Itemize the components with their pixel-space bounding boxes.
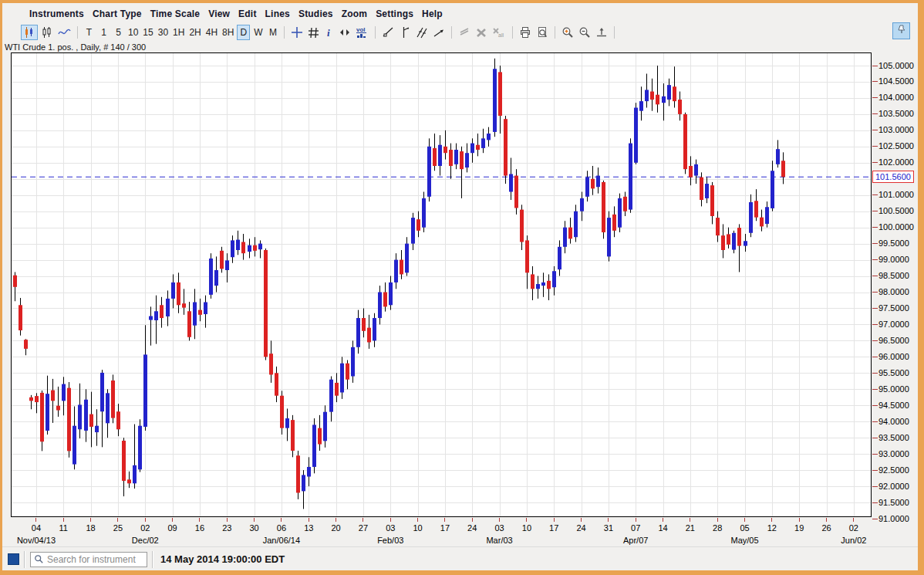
pin-button[interactable] — [892, 22, 910, 39]
y-axis-label: 100.0000 — [878, 222, 914, 232]
candle-body — [285, 418, 289, 428]
y-axis-tick — [872, 276, 878, 276]
x-axis-tick — [309, 518, 309, 522]
zoom-out-icon[interactable] — [577, 25, 592, 40]
y-axis-label: 91.0000 — [878, 514, 909, 523]
status-square-button[interactable] — [8, 553, 19, 565]
x-axis-tick — [336, 518, 336, 522]
search-box[interactable] — [30, 552, 147, 567]
candle-body — [182, 303, 186, 307]
candle-body — [656, 95, 659, 105]
candle-body — [89, 414, 93, 427]
candle-body — [296, 455, 300, 492]
delete-all-icon[interactable]: all — [491, 25, 508, 40]
vertical-line-icon[interactable] — [397, 25, 413, 40]
grid-icon[interactable] — [306, 25, 321, 40]
price-chart-svg[interactable] — [11, 52, 872, 517]
y-axis-label: 96.5000 — [878, 336, 909, 345]
menu-time-scale[interactable]: Time Scale — [150, 8, 200, 19]
timeframe-15[interactable]: 15 — [141, 25, 154, 40]
menu-settings[interactable]: Settings — [376, 8, 413, 19]
x-axis-tick — [417, 518, 418, 522]
menu-lines[interactable]: Lines — [265, 8, 290, 19]
status-separator — [24, 551, 25, 568]
timeframe-w[interactable]: W — [251, 25, 265, 40]
zoom-reset-icon[interactable] — [594, 25, 609, 40]
menu-zoom[interactable]: Zoom — [342, 8, 367, 19]
candle-body — [231, 240, 234, 257]
x-axis-label: 03 — [486, 523, 514, 533]
x-axis-month-label: Feb/03 — [363, 536, 417, 545]
y-axis-label: 96.0000 — [878, 352, 909, 361]
candle-body — [618, 198, 622, 228]
candle-body — [106, 393, 110, 423]
candle-body — [214, 270, 218, 286]
timeframe-8h[interactable]: 8H — [221, 25, 235, 40]
trendline-icon[interactable] — [380, 25, 396, 40]
candle-body — [258, 244, 262, 250]
timeframe-10[interactable]: 10 — [126, 25, 140, 40]
chart-style-bars-icon[interactable] — [39, 25, 55, 40]
menu-studies[interactable]: Studies — [298, 8, 333, 19]
y-axis-tick — [872, 292, 878, 293]
x-axis-label: 12 — [758, 523, 786, 533]
timeframe-5[interactable]: 5 — [112, 25, 125, 40]
y-axis-label: 93.0000 — [878, 449, 909, 458]
candle-body — [187, 311, 191, 337]
svg-text:all: all — [498, 32, 504, 38]
crosshair-icon[interactable] — [289, 25, 305, 40]
timeframe-2h[interactable]: 2H — [187, 25, 202, 40]
x-axis-label: 30 — [241, 523, 268, 533]
candle-body — [35, 396, 39, 402]
x-axis-label: 24 — [568, 523, 595, 533]
candle-body — [689, 166, 693, 178]
y-axis-label: 95.5000 — [878, 368, 909, 377]
x-axis-tick — [744, 518, 745, 522]
chart-type-candles-icon[interactable] — [21, 25, 38, 40]
status-separator-2 — [152, 551, 153, 568]
candle-body — [253, 245, 257, 251]
x-axis-label: 16 — [186, 523, 214, 533]
candle-body — [525, 240, 529, 272]
info-icon[interactable]: i — [322, 25, 336, 40]
menu-help[interactable]: Help — [422, 8, 443, 19]
delete-icon[interactable] — [474, 25, 489, 40]
window-content: InstrumentsChart TypeTime ScaleViewEditL… — [2, 3, 918, 570]
x-axis-tick — [281, 518, 282, 522]
candle-body — [220, 251, 224, 269]
toolbar-separator — [284, 26, 285, 39]
chart-title: WTI Crude 1. pos. , Daily, # 140 / 300 — [5, 42, 146, 52]
timeframe-d[interactable]: D — [237, 25, 250, 40]
y-axis-label: 94.5000 — [878, 401, 909, 410]
candle-body — [56, 406, 60, 411]
search-input[interactable] — [46, 553, 140, 566]
x-axis-label: 18 — [77, 523, 105, 533]
timeframe-4h[interactable]: 4H — [204, 25, 219, 40]
chart-style-line-icon[interactable] — [56, 25, 73, 40]
menu-instruments[interactable]: Instruments — [29, 8, 84, 19]
timeframe-1[interactable]: 1 — [97, 25, 110, 40]
candle-body — [383, 293, 387, 307]
candle-body — [602, 182, 605, 232]
zoom-in-icon[interactable] — [560, 25, 575, 40]
volume-icon[interactable]: vol — [354, 25, 370, 40]
timeframe-30[interactable]: 30 — [157, 25, 170, 40]
menu-edit[interactable]: Edit — [238, 8, 256, 19]
timeframe-t[interactable]: T — [83, 25, 96, 40]
parallel-channel-icon[interactable] — [414, 25, 430, 40]
y-axis-tick — [872, 405, 878, 406]
menu-chart-type[interactable]: Chart Type — [93, 8, 142, 19]
scroll-arrows-icon[interactable] — [337, 25, 352, 40]
menu-bar: InstrumentsChart TypeTime ScaleViewEditL… — [2, 4, 451, 23]
ray-icon[interactable] — [431, 25, 447, 40]
timeframe-1h[interactable]: 1H — [171, 25, 186, 40]
y-axis-tick — [872, 421, 878, 422]
x-axis-tick — [363, 518, 363, 522]
x-axis-label: 19 — [785, 523, 813, 533]
print-preview-icon[interactable] — [535, 25, 550, 40]
candle-body — [209, 259, 213, 295]
print-icon[interactable] — [518, 25, 533, 40]
menu-view[interactable]: View — [208, 8, 230, 19]
timeframe-m[interactable]: M — [266, 25, 279, 40]
remove-line-icon[interactable] — [457, 25, 472, 40]
